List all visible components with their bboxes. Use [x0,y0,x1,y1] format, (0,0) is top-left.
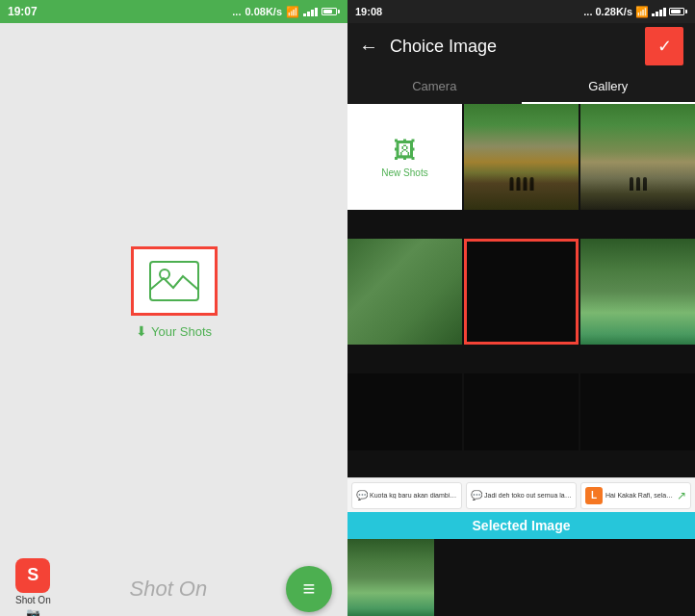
left-speed: 0.08K/s [245,6,282,17]
right-status-bar: 19:08 ... 0.28K/s 📶 [348,0,695,23]
new-shots-label: New Shots [381,167,427,178]
camera-icon: 📷 [26,607,40,617]
selected-image-bar: Selected Image [348,512,695,539]
lazada-icon: L [585,487,603,504]
gallery-photo-7[interactable] [464,373,579,450]
right-wifi-icon: 📶 [635,6,649,18]
gallery-photo-1[interactable] [464,104,579,210]
shot-on-app[interactable]: S Shot On 📷 [15,558,51,617]
your-shots-box[interactable] [131,246,218,316]
toolbar-title: Choice Image [390,37,633,57]
battery-icon [322,8,340,15]
gallery-photo-8[interactable] [580,373,695,450]
tab-bar: Camera Gallery [348,69,695,104]
notification-1[interactable]: 💬 Kuota kg baru akan diambil pada tanpa … [351,482,462,509]
people-overlay-2 [630,177,647,191]
wifi-icon: 📶 [286,6,299,18]
notif-icon-2: 💬 [471,490,482,500]
gallery-photo-selected[interactable] [464,239,579,345]
people-overlay [509,177,533,191]
new-shots-icon: 🖼 [394,137,417,164]
left-bottom-bar: S Shot On 📷 Shot On ≡ [0,562,348,616]
gallery-grid: 🖼 New Shots [348,104,695,477]
right-signal-icon [652,8,666,16]
right-network: ... [583,6,592,17]
signal-icon [303,8,318,16]
selected-preview-thumbnail[interactable] [348,539,434,616]
right-speed: 0.28K/s [595,6,632,17]
svg-point-1 [160,270,169,279]
shot-on-app-label: Shot On [15,595,51,605]
watermark-text: Shot On [129,577,207,602]
tab-gallery[interactable]: Gallery [522,69,696,104]
left-time: 19:07 [8,5,38,18]
tab-camera[interactable]: Camera [348,69,522,104]
share-icon: ↗ [677,489,686,502]
left-network: ... [232,6,241,17]
notification-strip: 💬 Kuota kg baru akan diambil pada tanpa … [348,477,695,512]
notif-icon-1: 💬 [356,490,368,500]
left-panel: 19:07 ... 0.08K/s 📶 [0,0,348,616]
notification-3[interactable]: L Hai Kakak Rafi, selamat datang di Laya… [580,482,691,509]
right-toolbar: ← Choice Image ✓ [348,23,695,69]
gallery-photo-6[interactable] [348,373,462,450]
gallery-photo-2[interactable] [580,104,695,210]
fab-menu-button[interactable]: ≡ [286,566,332,612]
new-shots-cell[interactable]: 🖼 New Shots [348,104,462,210]
back-button[interactable]: ← [359,36,378,58]
your-shots-label[interactable]: ⬇ Your Shots [136,323,212,339]
gallery-photo-5[interactable] [580,239,695,345]
download-icon: ⬇ [136,323,147,339]
confirm-button[interactable]: ✓ [645,27,683,65]
left-main-content: ⬇ Your Shots [0,23,348,562]
gallery-photo-3[interactable] [348,239,462,345]
notification-2[interactable]: 💬 Jadi deh toko out semua lagi saom neme… [466,482,577,509]
image-placeholder-icon [149,261,199,301]
right-time: 19:08 [355,6,382,17]
selected-image-preview [348,539,695,616]
svg-rect-0 [150,262,198,300]
shot-on-icon: S [15,558,50,593]
right-battery-icon [669,8,687,15]
right-panel: 19:08 ... 0.28K/s 📶 ← Choice Image ✓ [348,0,695,616]
left-status-bar: 19:07 ... 0.08K/s 📶 [0,0,348,23]
